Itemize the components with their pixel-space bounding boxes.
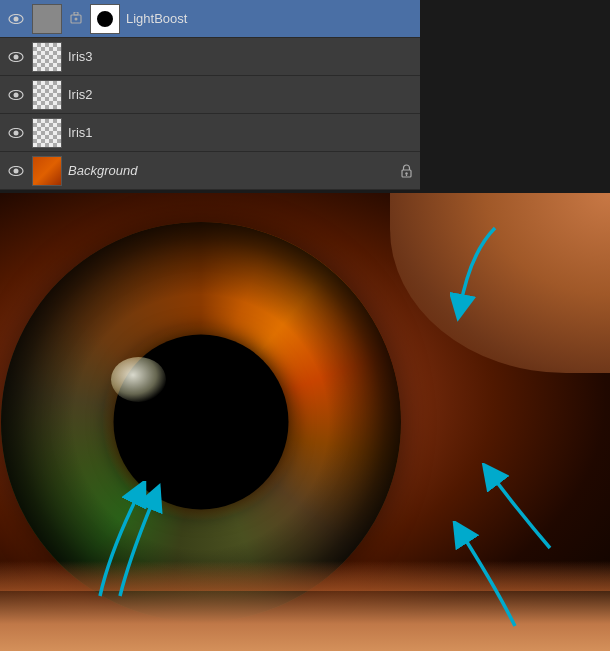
arrow-top-right <box>450 223 510 323</box>
layer-name-iris1: Iris1 <box>68 125 414 140</box>
layer-row-iris3[interactable]: Iris3 <box>0 38 420 76</box>
layer-name-lightboost: LightBoost <box>126 11 414 26</box>
svg-point-4 <box>75 17 78 20</box>
arrow-bottom-left <box>80 481 170 601</box>
svg-point-1 <box>14 16 19 21</box>
arrow-bottom-right <box>450 521 530 631</box>
svg-point-10 <box>14 130 19 135</box>
layer-name-iris3: Iris3 <box>68 49 414 64</box>
svg-point-12 <box>14 168 19 173</box>
layer-row-iris1[interactable]: Iris1 <box>0 114 420 152</box>
layer-thumbnail-iris2 <box>32 80 62 110</box>
eye-canvas <box>0 193 610 651</box>
layer-thumbnail-background <box>32 156 62 186</box>
layer-name-iris2: Iris2 <box>68 87 414 102</box>
layer-row-iris2[interactable]: Iris2 <box>0 76 420 114</box>
layer-thumbnail-iris3 <box>32 42 62 72</box>
svg-point-8 <box>14 92 19 97</box>
svg-point-14 <box>405 172 407 174</box>
layer-thumbnail-iris1 <box>32 118 62 148</box>
layer-mask-thumbnail-lightboost <box>32 4 62 34</box>
layers-panel: LightBoost Iris3 Iris2 <box>0 0 420 190</box>
layer-link-icon-lightboost <box>68 11 84 27</box>
layer-row-background[interactable]: Background <box>0 152 420 190</box>
layer-name-background: Background <box>68 163 392 178</box>
lock-icon-background <box>398 163 414 179</box>
visibility-icon-iris2[interactable] <box>6 85 26 105</box>
layer-content-thumbnail-lightboost <box>90 4 120 34</box>
svg-point-6 <box>14 54 19 59</box>
visibility-icon-lightboost[interactable] <box>6 9 26 29</box>
visibility-icon-iris3[interactable] <box>6 47 26 67</box>
layer-row-lightboost[interactable]: LightBoost <box>0 0 420 38</box>
visibility-icon-iris1[interactable] <box>6 123 26 143</box>
visibility-icon-background[interactable] <box>6 161 26 181</box>
